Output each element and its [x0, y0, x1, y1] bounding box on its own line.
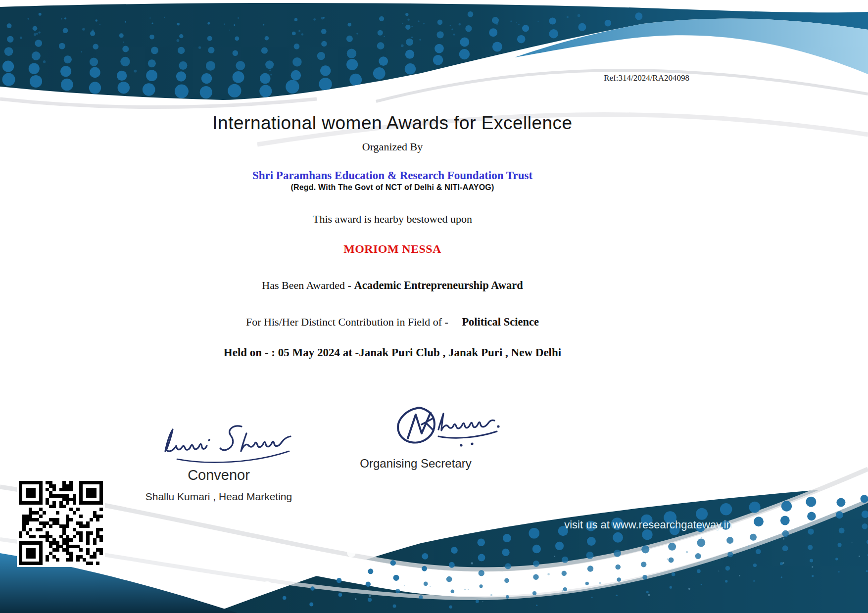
award-name: Academic Entrepreneurship Award [354, 279, 523, 291]
organising-secretary-signature [387, 402, 521, 459]
bestowed-line: This award is hearby bestowed upon [0, 213, 785, 226]
award-line: Has Been Awarded - Academic Entrepreneur… [0, 279, 785, 292]
convenor-signature [159, 420, 298, 472]
reference-number: Ref:314/2024/RA204098 [604, 73, 689, 83]
convenor-title: Convenor [120, 467, 318, 483]
organization-registration-note: (Regd. With The Govt of NCT of Delhi & N… [0, 183, 785, 192]
field-line-prefix: For His/Her Distinct Contribution in Fie… [246, 316, 448, 328]
qr-code [17, 479, 105, 567]
website-line: visit us at www.researchgateway.in [544, 519, 752, 531]
award-line-prefix: Has Been Awarded - [262, 279, 351, 291]
convenor-name-line: Shallu Kumari , Head Marketing [70, 491, 367, 503]
certificate-title: International women Awards for Excellenc… [0, 113, 785, 134]
qr-code-image [19, 481, 103, 565]
event-line: Held on - : 05 May 2024 at -Janak Puri C… [0, 346, 785, 359]
organising-secretary-title: Organising Secretary [317, 457, 515, 471]
field-name: Political Science [462, 316, 539, 328]
certificate-page: Ref:314/2024/RA204098 International wome… [0, 0, 868, 613]
organized-by-label: Organized By [0, 141, 785, 153]
field-line: For His/Her Distinct Contribution in Fie… [0, 316, 785, 329]
top-wave-dark [0, 3, 868, 100]
recipient-name: MORIOM NESSA [0, 242, 785, 256]
organization-name: Shri Paramhans Education & Research Foun… [0, 169, 785, 182]
